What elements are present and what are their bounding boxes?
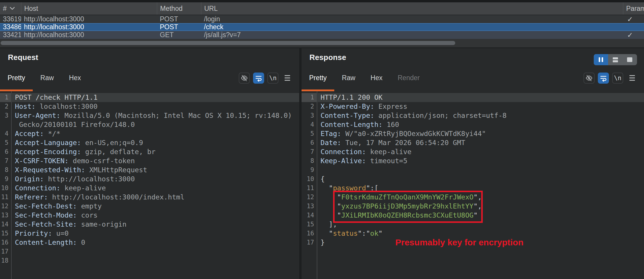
code-text: "status":"ok" [317, 229, 644, 238]
split-vertical-button[interactable] [623, 54, 637, 65]
row-method: POST [157, 15, 201, 23]
editor-line: 7X-CSRF-TOKEN: demo-csrf-token [0, 156, 299, 166]
line-number: 1 [302, 93, 317, 102]
row-host: http://localhost:3000 [21, 31, 157, 39]
code-text: Content-Length: 0 [11, 238, 299, 247]
row-method: GET [157, 31, 201, 39]
request-panel-header: Request [0, 48, 299, 65]
code-text: "yxzus7BP6iijD3Mp5mybRr29hxlEhtYY", [317, 202, 644, 211]
line-number: 4 [0, 129, 11, 138]
line-number: 18 [0, 256, 11, 265]
layout-segmented-control [594, 54, 637, 65]
eye-slash-icon [240, 74, 248, 82]
show-newlines-toggle[interactable]: \n [267, 73, 278, 84]
row-id: 33619 [0, 15, 21, 23]
code-text: HTTP/1.1 200 OK [317, 93, 644, 102]
editor-line: 1HTTP/1.1 200 OK [302, 93, 644, 102]
response-menu-button[interactable] [626, 73, 638, 84]
response-editor[interactable]: Presumably key for encryption 1HTTP/1.1 … [302, 91, 644, 279]
word-wrap-toggle[interactable] [253, 73, 264, 84]
burp-proxy-screen: # Host Method URL Param 33619http://loca… [0, 0, 644, 279]
column-header-id[interactable]: # [0, 2, 21, 15]
line-number: 9 [0, 175, 11, 184]
row-method: POST [157, 24, 201, 30]
editor-line: 15 ], [302, 220, 644, 229]
line-number: 12 [0, 202, 11, 211]
response-tabs: PrettyRawHexRender [302, 65, 427, 91]
tab-hex[interactable]: Hex [61, 65, 89, 91]
editor-line: 16 "status":"ok" [302, 229, 644, 238]
code-text: Host: localhost:3000 [11, 102, 299, 111]
table-row[interactable]: 33486http://localhost:3000POST/check [0, 23, 644, 31]
request-editor[interactable]: 1POST /check HTTP/1.12Host: localhost:30… [0, 91, 299, 279]
window-top-strip [0, 0, 644, 2]
line-number: 8 [0, 166, 11, 175]
row-url: /js/all.js?v=7 [201, 31, 623, 39]
split-horizontal-button[interactable] [608, 54, 622, 65]
line-number: 14 [0, 220, 11, 229]
response-toolbar: \n [584, 65, 638, 91]
show-newlines-toggle[interactable]: \n [612, 73, 623, 84]
tab-raw[interactable]: Raw [334, 65, 363, 91]
column-header-id-label: # [3, 5, 7, 13]
code-text: POST /check HTTP/1.1 [11, 93, 299, 102]
http-history-table: # Host Method URL Param 33619http://loca… [0, 2, 644, 48]
table-row[interactable]: 33619http://localhost:3000POST/login✓ [0, 15, 644, 23]
hide-response-button[interactable] [239, 73, 250, 84]
code-text: "F0tsrKdmuZfTnQoQanX9MnYW2FrJWexO", [317, 193, 644, 202]
request-tab-bar: PrettyRawHex [0, 65, 299, 91]
editor-line: 8X-Requested-With: XMLHttpRequest [0, 166, 299, 175]
line-number: 2 [0, 102, 11, 111]
line-number: 5 [302, 129, 317, 138]
editor-line: 13 "yxzus7BP6iijD3Mp5mybRr29hxlEhtYY", [302, 202, 644, 211]
code-text [317, 166, 644, 175]
code-text: { [317, 175, 644, 184]
word-wrap-toggle[interactable] [598, 73, 609, 84]
code-text: Gecko/20100101 Firefox/148.0 [11, 120, 299, 129]
tab-raw[interactable]: Raw [33, 65, 61, 91]
row-url: /check [201, 24, 623, 30]
hamburger-icon [629, 75, 635, 81]
editor-line: 9Origin: http://localhost:3000 [0, 175, 299, 184]
column-header-host[interactable]: Host [21, 2, 157, 15]
editor-line: 6Date: Tue, 17 Mar 2026 06:54:20 GMT [302, 138, 644, 147]
request-tabs: PrettyRawHex [0, 65, 89, 91]
line-number: 5 [0, 138, 11, 147]
editor-line: 18 [0, 256, 299, 265]
newline-glyph: \n [269, 75, 276, 82]
editor-line: 3Content-Type: application/json; charset… [302, 111, 644, 120]
panel-divider[interactable] [299, 48, 302, 279]
code-text: ], [317, 220, 644, 229]
editor-line: 8Keep-Alive: timeout=5 [302, 156, 644, 166]
line-number: 15 [0, 229, 11, 238]
editor-line: 11Referer: http://localhost:3000/index.h… [0, 193, 299, 202]
tab-pretty[interactable]: Pretty [0, 65, 33, 91]
tab-hex[interactable]: Hex [363, 65, 390, 91]
annotation-label: Presumably key for encryption [395, 237, 524, 247]
hide-response-button[interactable] [584, 73, 595, 84]
code-text: "JXiLRMIbK0oQZEH8Rcbsmc3CXuEtU8OG" [317, 211, 644, 220]
code-text: Priority: u=0 [11, 229, 299, 238]
column-header-param[interactable]: Param [623, 2, 644, 15]
column-header-method[interactable]: Method [157, 2, 201, 15]
request-menu-button[interactable] [282, 73, 293, 84]
line-number: 16 [302, 229, 317, 238]
editor-line: 1POST /check HTTP/1.1 [0, 93, 299, 102]
newline-glyph: \n [614, 75, 621, 82]
tab-pretty[interactable]: Pretty [302, 65, 334, 91]
line-number: 6 [302, 138, 317, 147]
code-text: ETag: W/"a0-xZRtRyjBQOexwdGkKCWTdK8yi44" [317, 129, 644, 138]
editor-line: 2X-Powered-By: Express [302, 102, 644, 111]
line-number: 4 [302, 120, 317, 129]
pause-button[interactable] [594, 54, 608, 65]
tab-render[interactable]: Render [390, 65, 427, 91]
line-number: 3 [302, 111, 317, 120]
horizontal-scrollbar-thumb[interactable] [1, 41, 455, 45]
editor-line: 2Host: localhost:3000 [0, 102, 299, 111]
chevron-down-icon [10, 7, 15, 10]
column-header-url[interactable]: URL [201, 2, 623, 15]
editor-line: 4Accept: */* [0, 129, 299, 138]
eye-slash-icon [585, 74, 593, 82]
line-number: 3 [0, 111, 11, 120]
table-row[interactable]: 33421http://localhost:3000GET/js/all.js?… [0, 31, 644, 39]
